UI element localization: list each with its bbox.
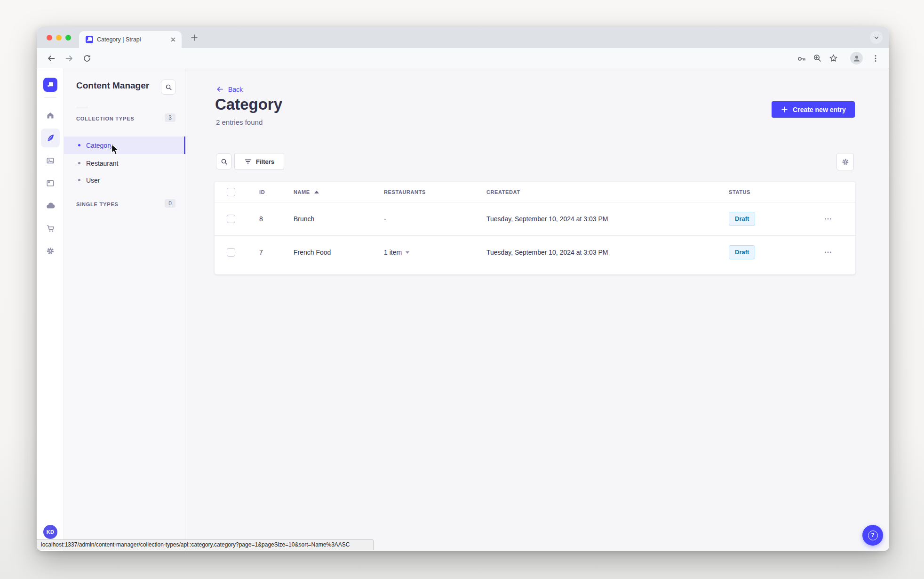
subnav-divider xyxy=(76,107,88,107)
tab-close-icon[interactable] xyxy=(169,36,177,43)
cell-name: Brunch xyxy=(294,202,314,235)
sidebar-item-label: Restaurant xyxy=(86,160,118,167)
single-types-count-badge: 0 xyxy=(165,199,175,208)
cloud-icon[interactable] xyxy=(41,196,60,215)
status-badge: Draft xyxy=(729,212,755,226)
cell-name: French Food xyxy=(294,236,331,269)
question-mark-icon: ? xyxy=(868,531,878,540)
cell-id: 8 xyxy=(259,202,263,235)
mouse-cursor xyxy=(111,144,120,156)
bullet-icon xyxy=(78,144,80,146)
tab-strip: Category | Strapi xyxy=(37,27,889,48)
sidebar-item-category[interactable]: Category xyxy=(64,137,185,154)
password-key-icon[interactable] xyxy=(796,52,807,64)
view-settings-button[interactable] xyxy=(836,153,854,170)
entries-table: ID NAME RESTAURANTS CREATEDAT STATUS 8 B… xyxy=(215,182,855,274)
table-row[interactable]: 7 French Food 1 item Tuesday, September … xyxy=(215,235,855,268)
forward-icon[interactable] xyxy=(63,52,75,64)
cell-restaurants: - xyxy=(384,202,386,235)
zoom-icon[interactable] xyxy=(812,52,823,64)
bullet-icon xyxy=(78,179,80,181)
home-icon[interactable] xyxy=(41,106,60,125)
close-window-button[interactable] xyxy=(47,35,52,40)
content-manager-subnav: Content Manager COLLECTION TYPES 3 Categ… xyxy=(64,68,185,551)
strapi-favicon xyxy=(86,36,93,43)
subnav-search-button[interactable] xyxy=(161,80,176,95)
main-content: Back Category 2 entries found Create new… xyxy=(185,68,889,551)
filters-button[interactable]: Filters xyxy=(234,153,284,170)
sidebar-item-user[interactable]: User xyxy=(64,171,185,189)
user-avatar[interactable]: KD xyxy=(43,525,57,539)
media-library-icon[interactable] xyxy=(41,151,60,170)
create-new-entry-button[interactable]: Create new entry xyxy=(772,101,855,118)
column-header-status: STATUS xyxy=(729,182,750,202)
filters-button-label: Filters xyxy=(256,158,274,165)
help-button[interactable]: ? xyxy=(862,525,883,546)
table-header-row: ID NAME RESTAURANTS CREATEDAT STATUS xyxy=(215,182,855,202)
strapi-logo[interactable] xyxy=(43,78,57,92)
bookmark-star-icon[interactable] xyxy=(828,52,839,64)
collection-types-label: COLLECTION TYPES xyxy=(76,116,134,121)
row-checkbox[interactable] xyxy=(227,248,235,257)
content-type-builder-icon[interactable] xyxy=(41,174,60,193)
back-link[interactable]: Back xyxy=(216,85,243,93)
tab-title: Category | Strapi xyxy=(97,31,163,48)
settings-gear-icon[interactable] xyxy=(41,241,60,260)
tab-search-button[interactable] xyxy=(870,31,883,44)
table-row[interactable]: 8 Brunch - Tuesday, September 10, 2024 a… xyxy=(215,202,855,235)
back-label: Back xyxy=(228,86,243,93)
row-actions-menu[interactable] xyxy=(819,202,837,235)
strapi-app: KD Content Manager COLLECTION TYPES 3 Ca… xyxy=(37,68,889,551)
chevron-down-icon xyxy=(406,251,409,254)
column-header-name[interactable]: NAME xyxy=(294,182,319,202)
new-tab-button[interactable] xyxy=(189,32,199,43)
browser-tab[interactable]: Category | Strapi xyxy=(79,31,182,48)
search-entries-button[interactable] xyxy=(216,153,232,169)
cell-id: 7 xyxy=(259,236,263,269)
select-all-checkbox[interactable] xyxy=(227,188,235,196)
fullscreen-window-button[interactable] xyxy=(65,35,71,40)
page-title: Category xyxy=(215,96,282,113)
status-bar-url: localhost:1337/admin/content-manager/col… xyxy=(37,539,374,550)
status-badge: Draft xyxy=(729,245,755,259)
row-actions-menu[interactable] xyxy=(819,236,837,269)
bullet-icon xyxy=(78,162,80,164)
sort-ascending-icon xyxy=(314,191,319,193)
sidebar-item-restaurant[interactable]: Restaurant xyxy=(64,154,185,172)
column-header-createdat: CREATEDAT xyxy=(486,182,520,202)
browser-toolbar: localhost:1337/admin/content-manager/col… xyxy=(37,48,889,68)
subnav-title: Content Manager xyxy=(76,80,149,91)
cell-restaurants-dropdown[interactable]: 1 item xyxy=(384,236,409,269)
back-icon[interactable] xyxy=(45,52,57,64)
minimize-window-button[interactable] xyxy=(56,35,62,40)
cell-createdat: Tuesday, September 10, 2024 at 3:03 PM xyxy=(486,202,608,235)
rail-divider xyxy=(44,97,56,98)
column-header-restaurants: RESTAURANTS xyxy=(384,182,426,202)
row-checkbox[interactable] xyxy=(227,215,235,223)
content-manager-icon[interactable] xyxy=(41,129,60,147)
single-types-label: SINGLE TYPES xyxy=(76,201,119,207)
reload-icon[interactable] xyxy=(81,52,93,64)
column-header-id[interactable]: ID xyxy=(259,182,265,202)
cell-createdat: Tuesday, September 10, 2024 at 3:03 PM xyxy=(486,236,608,269)
browser-window: Category | Strapi localhost:1337/admin/c xyxy=(37,27,889,551)
browser-profile-icon[interactable] xyxy=(850,52,863,64)
browser-menu-icon[interactable] xyxy=(869,52,881,64)
collection-types-count-badge: 3 xyxy=(165,113,175,122)
nav-rail: KD xyxy=(37,68,64,551)
sidebar-item-label: User xyxy=(86,177,100,184)
marketplace-cart-icon[interactable] xyxy=(41,219,60,238)
create-button-label: Create new entry xyxy=(793,106,846,113)
entries-count: 2 entries found xyxy=(216,118,263,126)
sidebar-item-label: Category xyxy=(86,142,113,149)
